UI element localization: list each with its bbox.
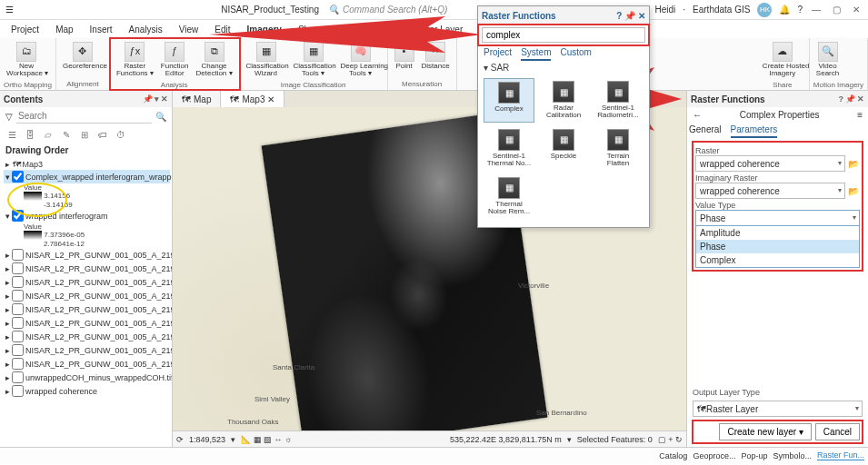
list-by-time-icon[interactable]: ⏱ [115,128,127,141]
raster-select[interactable]: wrapped coherence▾ [695,155,845,172]
filter-icon[interactable]: ▽ [5,112,13,122]
status-popup[interactable]: Pop-up [741,451,767,460]
status-rasterfun[interactable]: Raster Fun... [817,450,864,460]
rf-item[interactable]: ▦Speckle [538,126,589,171]
value-type-select[interactable]: Phase▾ [695,210,860,226]
list-by-drawing-icon[interactable]: ☰ [5,128,18,141]
close-icon[interactable]: ✕ [857,94,864,104]
deep-learning-button[interactable]: 🧠Deep Learning Tools ▾ [338,40,384,80]
tab-imagery[interactable]: Imagery [240,23,289,36]
menu-icon[interactable]: ≡ [857,110,863,120]
option-complex[interactable]: Complex [696,253,859,267]
rf-item[interactable]: ▦Sentinel-1Radiometri... [593,78,644,123]
maptab-map[interactable]: 🗺 Map [173,91,221,107]
browse-icon[interactable]: 📂 [847,184,860,197]
rf-tab-custom[interactable]: Custom [560,45,591,61]
tab-help[interactable]: Help [332,23,365,36]
pin-icon[interactable]: 📌 [845,94,855,104]
georeference-button[interactable]: ✥Georeference [60,40,105,72]
browse-icon[interactable]: 📂 [847,157,860,170]
tab-heidi[interactable]: Heidi [366,23,402,36]
help-icon[interactable]: ? [839,94,844,104]
scale-select[interactable]: 1:849,523 [189,435,225,444]
back-icon[interactable]: ← [693,110,702,120]
raster-functions-button[interactable]: ƒxRaster Functions ▾ [114,40,156,80]
tab-map[interactable]: Map [48,23,80,36]
tab-share[interactable]: Share [291,23,330,36]
rf-tab-project[interactable]: Project [484,45,512,61]
minimize-button[interactable]: — [810,4,823,16]
imag-raster-select[interactable]: wrapped coherence▾ [695,183,845,199]
classification-wizard-button[interactable]: ▦Classification Wizard [244,40,289,80]
layer-complex[interactable]: ▾ Complex_wrapped interferogram_wrappe..… [4,170,170,183]
list-by-source-icon[interactable]: 🗄 [24,128,36,141]
distance-button[interactable]: ↔Distance [419,40,453,72]
tab-edit[interactable]: Edit [207,23,237,36]
options-icon[interactable]: ▾ [155,94,159,104]
close-icon[interactable]: ✕ [638,11,645,21]
tab-general[interactable]: General [689,123,722,138]
list-by-snap-icon[interactable]: ⊞ [78,128,91,141]
output-layer-select[interactable]: 🗺 Raster Layer▾ [693,401,863,417]
maximize-button[interactable]: ▢ [830,4,843,16]
function-editor-button[interactable]: ƒFunction Editor [158,40,192,80]
app-menu-icon[interactable]: ☰ [5,5,14,15]
pin-icon[interactable]: 📌 [624,11,635,21]
avatar[interactable]: HK [757,3,772,17]
pin-icon[interactable]: 📌 [143,94,153,104]
close-icon[interactable]: ✕ [161,94,168,104]
layer-nisar[interactable]: ▸ NISAR_L2_PR_GUNW_001_005_A_219_220... [4,248,170,262]
option-phase[interactable]: Phase [696,240,859,253]
layer-nisar[interactable]: ▸ NISAR_L2_PR_GUNW_001_005_A_219_220... [4,302,170,316]
tab-parameters[interactable]: Parameters [731,123,778,138]
rf-item[interactable]: ▦Sentinel-1Thermal No... [484,126,534,171]
layer-nisar[interactable]: ▸ NISAR_L2_PR_GUNW_001_005_A_219_220... [4,330,170,343]
create-layer-button[interactable]: Create new layer ▾ [719,423,811,440]
change-detection-button[interactable]: ⧉Change Detection ▾ [194,40,235,80]
list-by-editing-icon[interactable]: ✎ [60,128,73,141]
layer-nisar[interactable]: ▸ NISAR_L2_PR_GUNW_001_005_A_219_220... [4,289,170,302]
rf-tab-system[interactable]: System [521,45,551,61]
status-geoproc[interactable]: Geoproce... [693,451,735,460]
status-symbol[interactable]: Symbolo... [773,451,812,460]
list-by-selection-icon[interactable]: ▱ [42,128,55,141]
search-icon[interactable]: 🔍 [155,112,166,122]
notifications-icon[interactable]: 🔔 [779,5,790,15]
maptab-map3[interactable]: 🗺 Map3 ✕ [221,91,284,107]
tab-rasterlayer[interactable]: Raster Layer [404,23,470,36]
create-hosted-imagery-button[interactable]: ☁Create Hosted Imagery [760,40,805,80]
layer-extra[interactable]: ▸ wrapped coherence [4,384,170,398]
tab-view[interactable]: View [172,23,206,36]
close-button[interactable]: ✕ [850,4,863,16]
cancel-button[interactable]: Cancel [815,423,860,440]
contents-search-input[interactable] [16,109,152,124]
new-workspace-button[interactable]: 🗂New Workspace ▾ [4,40,49,80]
rf-item[interactable]: ▦RadarCalibration [538,78,589,123]
rf-item[interactable]: ▦ThermalNoise Rem... [484,174,534,219]
tab-analysis[interactable]: Analysis [122,23,170,36]
video-search-button[interactable]: 🔍Video Search [813,40,842,80]
map-node[interactable]: ▸ 🗺 Map3 [4,159,170,170]
classification-tools-button[interactable]: ▦Classification Tools ▾ [291,40,336,80]
option-amplitude[interactable]: Amplitude [696,226,859,240]
layer-nisar[interactable]: ▸ NISAR_L2_PR_GUNW_001_005_A_219_220... [4,316,170,330]
tab-project[interactable]: Project [4,23,46,36]
selected-features: Selected Features: 0 [577,435,653,444]
layer-nisar[interactable]: ▸ NISAR_L2_PR_GUNW_001_005_A_219_220... [4,357,170,371]
rf-item[interactable]: ▦TerrainFlatten [593,126,644,171]
refresh-icon[interactable]: ⟳ [176,435,184,444]
layer-nisar[interactable]: ▸ NISAR_L2_PR_GUNW_001_005_A_219_220... [4,262,170,275]
rf-search-input[interactable] [482,27,645,43]
close-icon[interactable]: ✕ [267,94,274,104]
tab-insert[interactable]: Insert [83,23,120,36]
point-button[interactable]: •Point [392,40,417,72]
help-icon[interactable]: ? [797,5,803,15]
list-by-label-icon[interactable]: 🏷 [96,128,109,141]
help-icon[interactable]: ? [616,11,622,21]
layer-nisar[interactable]: ▸ NISAR_L2_PR_GUNW_001_005_A_219_220... [4,275,170,289]
rf-item[interactable]: ▦Complex [484,78,534,123]
layer-extra[interactable]: ▸ unwrappedCOH_minus_wrappedCOH.tif [4,371,170,384]
status-catalog[interactable]: Catalog [659,451,687,460]
layer-nisar[interactable]: ▸ NISAR_L2_PR_GUNW_001_005_A_219_220... [4,343,170,357]
command-search[interactable]: 🔍 Command Search (Alt+Q) [328,5,447,15]
